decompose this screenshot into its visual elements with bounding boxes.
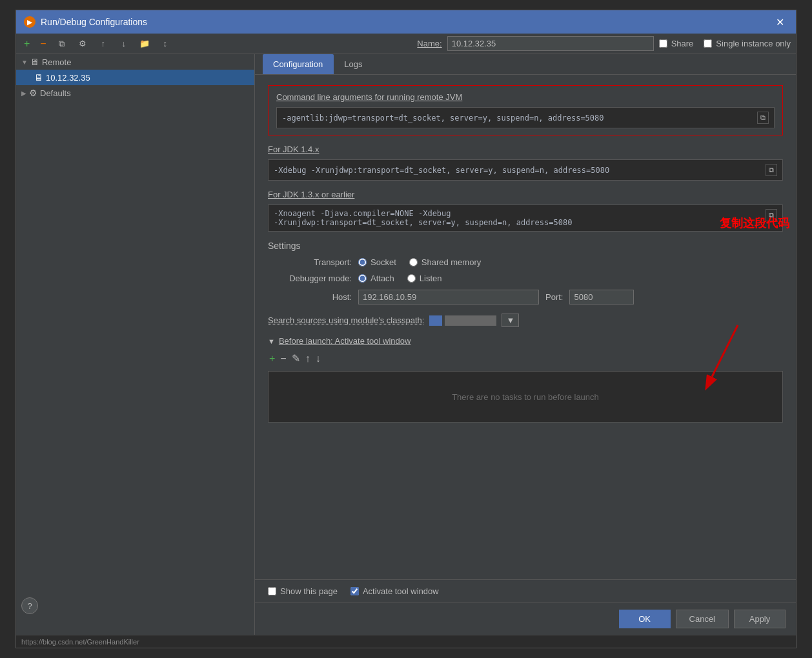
transport-row: Transport: Socket Shared memory	[268, 257, 783, 267]
debugger-mode-row: Debugger mode: Attach Listen	[268, 274, 783, 283]
host-input[interactable]	[358, 290, 539, 304]
defaults-icon: ⚙	[29, 88, 37, 98]
debugger-mode-label: Debugger mode:	[268, 274, 352, 283]
debugger-attach-option[interactable]: Attach	[358, 274, 394, 283]
module-classpath-label: Search sources using module's classpath:	[268, 315, 424, 325]
bottom-options: Show this page Activate tool window	[255, 579, 796, 603]
tree-expand-defaults: ▶	[21, 90, 26, 97]
tree-expand-remote: ▼	[21, 59, 28, 66]
ok-button[interactable]: OK	[619, 610, 671, 628]
transport-socket-option[interactable]: Socket	[358, 257, 396, 267]
module-color-icon	[429, 315, 442, 326]
status-text: https://blog.csdn.net/GreenHandKiller	[21, 638, 139, 646]
title-bar: ▶ Run/Debug Configurations ✕	[16, 10, 796, 34]
port-input[interactable]	[569, 290, 634, 304]
before-launch-add-button[interactable]: +	[268, 352, 276, 366]
toolbar-name-row: + − ⧉ ⚙ ↑ ↓ 📁 ↕ Name:	[16, 34, 796, 54]
add-config-button[interactable]: +	[21, 37, 32, 51]
module-classpath-row: Search sources using module's classpath:…	[268, 314, 783, 327]
transport-shared-memory-radio[interactable]	[409, 258, 418, 266]
jdk13-code-box: -Xnoagent -Djava.compiler=NONE -Xdebug-X…	[268, 204, 783, 232]
jdk14-code: -Xdebug -Xrunjdwp:transport=dt_socket, s…	[274, 166, 760, 175]
no-tasks-text: There are no tasks to run before launch	[452, 392, 599, 402]
debugger-attach-radio[interactable]	[358, 274, 367, 283]
transport-socket-radio[interactable]	[358, 258, 367, 266]
name-label: Name:	[417, 39, 442, 48]
cancel-button[interactable]: Cancel	[676, 610, 729, 628]
status-bar: https://blog.csdn.net/GreenHandKiller	[16, 635, 796, 648]
sort-button[interactable]: ↕	[157, 37, 173, 51]
dialog-title: Run/Debug Configurations	[41, 17, 147, 27]
help-button[interactable]: ?	[21, 597, 38, 614]
before-launch-edit-button[interactable]: ✎	[290, 351, 301, 366]
before-launch-down-button[interactable]: ↓	[314, 352, 322, 366]
settings-config-button[interactable]: ⚙	[75, 37, 90, 51]
sidebar-label-defaults: Defaults	[40, 88, 71, 98]
before-launch-up-button[interactable]: ↑	[304, 352, 312, 366]
transport-shared-memory-option[interactable]: Shared memory	[409, 257, 481, 267]
remove-config-button[interactable]: −	[37, 37, 48, 51]
settings-title: Settings	[268, 241, 783, 251]
jdk13-code: -Xnoagent -Djava.compiler=NONE -Xdebug-X…	[274, 209, 766, 227]
before-launch-toolbar: + − ✎ ↑ ↓	[268, 351, 783, 366]
share-checkbox-label[interactable]: Share	[659, 39, 694, 48]
debugger-radio-group: Attach Listen	[358, 274, 442, 283]
host-port-row: Host: Port:	[268, 290, 783, 304]
name-input[interactable]	[447, 36, 654, 51]
host-label: Host:	[268, 292, 352, 302]
before-launch-title: Before launch: Activate tool window	[279, 336, 411, 346]
footer: OK Cancel Apply	[255, 603, 796, 635]
command-line-code-box: -agentlib:jdwp=transport=dt_socket, serv…	[276, 107, 775, 128]
show-page-checkbox-label[interactable]: Show this page	[268, 586, 338, 596]
copy-jdk14-button[interactable]: ⧉	[766, 164, 777, 176]
copy-jdk13-button[interactable]: ⧉	[766, 209, 777, 221]
jdk13-label: For JDK 1.3.x or earlier	[268, 190, 783, 199]
jdk14-section: For JDK 1.4.x -Xdebug -Xrunjdwp:transpor…	[268, 145, 783, 181]
activate-tool-checkbox-label[interactable]: Activate tool window	[350, 586, 439, 596]
debugger-listen-radio[interactable]	[407, 274, 416, 283]
content-area: Configuration Logs Command line argument…	[255, 54, 796, 635]
move-down-button[interactable]: ↓	[116, 37, 132, 51]
single-instance-checkbox-label[interactable]: Single instance only	[704, 39, 791, 48]
command-line-code: -agentlib:jdwp=transport=dt_socket, serv…	[282, 114, 752, 123]
command-line-section: Command line arguments for running remot…	[268, 85, 783, 135]
before-launch-remove-button[interactable]: −	[279, 352, 287, 366]
close-button[interactable]: ✕	[772, 15, 788, 30]
remote-icon: 🖥	[30, 57, 39, 67]
tab-configuration[interactable]: Configuration	[263, 54, 334, 74]
dialog-body: ▼ 🖥 Remote 🖥 10.12.32.35 ▶ ⚙ Defaults	[16, 54, 796, 635]
sidebar-item-remote[interactable]: ▼ 🖥 Remote	[16, 54, 254, 70]
transport-label: Transport:	[268, 257, 352, 267]
ip-config-icon: 🖥	[34, 72, 43, 83]
share-checkbox[interactable]	[659, 39, 667, 48]
command-line-title: Command line arguments for running remot…	[276, 92, 775, 102]
jdk13-section: For JDK 1.3.x or earlier -Xnoagent -Djav…	[268, 190, 783, 232]
module-value-display	[445, 315, 496, 326]
single-instance-checkbox[interactable]	[704, 39, 712, 48]
no-tasks-box: There are no tasks to run before launch	[268, 371, 783, 423]
sidebar-label-ip: 10.12.32.35	[46, 73, 90, 83]
app-icon: ▶	[24, 16, 36, 28]
main-content: Command line arguments for running remot…	[255, 75, 796, 579]
jdk14-code-box: -Xdebug -Xrunjdwp:transport=dt_socket, s…	[268, 159, 783, 181]
sidebar: ▼ 🖥 Remote 🖥 10.12.32.35 ▶ ⚙ Defaults	[16, 54, 255, 635]
port-label: Port:	[545, 292, 563, 302]
jdk14-label: For JDK 1.4.x	[268, 145, 783, 154]
sidebar-label-remote: Remote	[42, 57, 72, 67]
apply-button[interactable]: Apply	[734, 610, 786, 628]
tab-logs[interactable]: Logs	[334, 54, 373, 74]
transport-radio-group: Socket Shared memory	[358, 257, 481, 267]
debugger-listen-option[interactable]: Listen	[407, 274, 442, 283]
sidebar-item-defaults[interactable]: ▶ ⚙ Defaults	[16, 85, 254, 101]
sidebar-item-ip[interactable]: 🖥 10.12.32.35	[16, 70, 254, 85]
move-up-button[interactable]: ↑	[96, 37, 111, 51]
copy-config-button[interactable]: ⧉	[54, 37, 70, 51]
activate-tool-checkbox[interactable]	[350, 587, 359, 595]
sidebar-tree: ▼ 🖥 Remote 🖥 10.12.32.35 ▶ ⚙ Defaults	[16, 54, 254, 635]
folder-button[interactable]: 📁	[137, 37, 152, 51]
before-launch-section: ▼ Before launch: Activate tool window + …	[268, 336, 783, 423]
copy-command-button[interactable]: ⧉	[757, 112, 769, 124]
module-dropdown-button[interactable]: ▼	[502, 314, 519, 327]
show-page-checkbox[interactable]	[268, 587, 276, 595]
before-launch-header[interactable]: ▼ Before launch: Activate tool window	[268, 336, 783, 346]
